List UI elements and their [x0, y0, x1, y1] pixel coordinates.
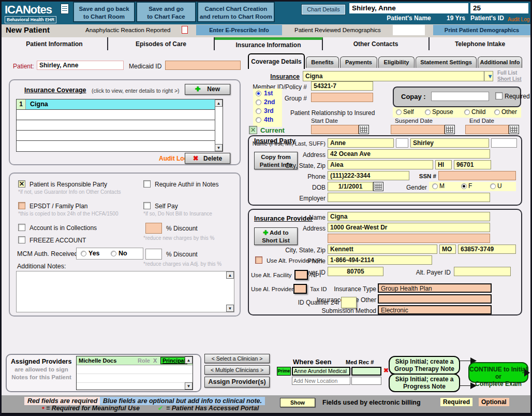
- insured-first-name-field[interactable]: Anne: [328, 138, 394, 148]
- principal-badge[interactable]: Principal: [160, 357, 187, 364]
- discount-adj-field[interactable]: [145, 249, 162, 260]
- insured-suffix-field[interactable]: [491, 138, 517, 148]
- coverage-row-empty[interactable]: [17, 131, 223, 141]
- copay-required-checkbox[interactable]: [495, 92, 503, 99]
- assigned-provider-row-empty[interactable]: [77, 366, 193, 374]
- relationship-spouse-radio[interactable]: [425, 109, 431, 115]
- suspend-date-field[interactable]: [391, 125, 445, 134]
- use-alt-provider-npi-checkbox[interactable]: [255, 256, 262, 264]
- new-insurance-button[interactable]: ✚ New: [185, 84, 230, 95]
- payer-id-field[interactable]: 80705: [328, 267, 383, 276]
- scroll-up-arrow[interactable]: ▲: [226, 271, 234, 279]
- provider-zip-field[interactable]: 63857-3749: [458, 245, 516, 254]
- discount-new-charges-field[interactable]: [145, 223, 162, 234]
- select-clinician-button[interactable]: < Select a Clinician >: [204, 354, 270, 363]
- current-checkbox[interactable]: ✕: [249, 126, 257, 134]
- responsible-party-checkbox[interactable]: ✕: [18, 180, 25, 188]
- insurance-dropdown[interactable]: Cigna ▾: [303, 71, 493, 81]
- chart-details-button[interactable]: Chart Details: [302, 5, 345, 15]
- copay-field[interactable]: [431, 92, 489, 101]
- id-qualifier-field[interactable]: [341, 297, 357, 308]
- subtab-benefits[interactable]: Benefits: [306, 56, 339, 68]
- where-seen-location-field[interactable]: Anne Arundel Medical: [292, 367, 350, 376]
- continue-to-initial-exam-button[interactable]: CONTINUE to Initial orComplete Exam: [468, 362, 528, 383]
- insured-dob-field[interactable]: 1/1/2001: [328, 182, 373, 191]
- submission-method-dropdown[interactable]: Electronic: [378, 305, 492, 314]
- gender-m-radio[interactable]: [432, 183, 438, 189]
- order-3rd-radio[interactable]: [256, 108, 261, 114]
- patient-id-field[interactable]: 25: [470, 3, 528, 13]
- end-date-field[interactable]: [465, 125, 509, 134]
- start-date-field[interactable]: [311, 125, 359, 134]
- calendar-icon[interactable]: [359, 125, 369, 134]
- use-alt-facility-checkbox[interactable]: [294, 270, 308, 280]
- anaphylactic-checkbox[interactable]: [182, 26, 188, 34]
- insurance-type-dropdown[interactable]: Group Health Plan: [378, 283, 492, 293]
- freeze-account-checkbox[interactable]: [18, 236, 25, 243]
- scroll-down-arrow[interactable]: ▼: [185, 382, 193, 390]
- subtab-coverage-details[interactable]: Coverage Details: [248, 53, 305, 69]
- insured-employer-field[interactable]: [328, 193, 490, 202]
- skip-initial-progress-note-button[interactable]: Skip Initial; create aProgress Note: [389, 374, 460, 392]
- insured-address-field[interactable]: 42 Ocean Ave: [328, 149, 490, 159]
- relationship-child-radio[interactable]: [464, 109, 470, 115]
- reviewed-demographics-field[interactable]: [393, 25, 425, 35]
- med-rec-new-field[interactable]: [351, 377, 381, 385]
- additional-notes-textarea[interactable]: ▲ ▼: [16, 271, 234, 312]
- group-number-field[interactable]: [311, 93, 373, 102]
- remove-provider-x[interactable]: X: [153, 357, 157, 364]
- mcm-no-radio[interactable]: [111, 251, 116, 256]
- require-auth-checkbox[interactable]: [143, 180, 151, 188]
- full-list-link[interactable]: Full List: [497, 70, 517, 76]
- tab-patient-information[interactable]: Patient Information: [2, 37, 108, 50]
- selfpay-checkbox[interactable]: [143, 202, 151, 209]
- relationship-self-radio[interactable]: [396, 109, 402, 115]
- subtab-statement-settings[interactable]: Statement Settings: [416, 56, 477, 68]
- calendar-icon[interactable]: [445, 125, 455, 134]
- coverage-row-empty[interactable]: [17, 141, 223, 151]
- patient-name-field[interactable]: Shirley, Anne: [349, 3, 468, 13]
- cancel-chart-creation-button[interactable]: Cancel Chart Creationand return to Chart…: [197, 2, 275, 22]
- insured-ssn-field[interactable]: [438, 171, 516, 180]
- med-rec-field[interactable]: [351, 367, 381, 376]
- subtab-payments[interactable]: Payments: [340, 56, 377, 68]
- scroll-up-arrow[interactable]: ▲: [185, 356, 193, 364]
- coverage-row-selected[interactable]: 1 Cigna: [17, 99, 223, 110]
- relationship-other-radio[interactable]: [494, 109, 500, 115]
- save-go-back-chart-room-button[interactable]: Save and go backto Chart Room: [73, 2, 135, 22]
- provider-phone-field[interactable]: 1-866-494-2114: [328, 255, 432, 265]
- order-1st-radio[interactable]: [256, 91, 261, 96]
- coverage-row-empty[interactable]: [17, 110, 223, 120]
- short-list-link[interactable]: Short List: [497, 76, 522, 82]
- order-4th-radio[interactable]: [256, 117, 261, 123]
- coverage-list-scrollbar[interactable]: ▲ ▼: [215, 99, 223, 151]
- member-id-field[interactable]: 54321-7: [311, 81, 373, 91]
- calendar-icon[interactable]: [373, 182, 383, 191]
- calendar-icon[interactable]: [509, 125, 519, 134]
- insured-last-name-field[interactable]: Shirley: [410, 138, 489, 148]
- gender-f-radio[interactable]: [461, 183, 467, 189]
- scroll-down-arrow[interactable]: ▼: [215, 144, 223, 151]
- audit-log-link-coverage[interactable]: Audit Log: [159, 155, 188, 162]
- coverage-row-empty[interactable]: [17, 120, 223, 131]
- tab-telephone-intake[interactable]: Telephone Intake: [430, 37, 530, 50]
- provider-name-field[interactable]: Cigna: [328, 212, 490, 221]
- delete-location-x-icon[interactable]: ✖: [383, 367, 389, 374]
- patient-name-value-field[interactable]: Shirley, Anne: [37, 61, 124, 70]
- collections-checkbox[interactable]: [18, 224, 25, 231]
- multiple-clinicians-button[interactable]: < Multiple Clinicians >: [204, 365, 270, 375]
- insurance-type-other-field[interactable]: [378, 294, 492, 304]
- audit-log-link-header[interactable]: Audit Log: [508, 17, 529, 22]
- alt-payer-id-field[interactable]: [454, 267, 511, 276]
- tab-other-contacts[interactable]: Other Contacts: [323, 37, 430, 50]
- assign-providers-button[interactable]: Assign Provider(s): [204, 377, 270, 388]
- insured-mi-field[interactable]: [396, 138, 408, 148]
- assigned-provider-row-empty[interactable]: [77, 375, 193, 383]
- delete-insurance-button[interactable]: ✖ Delete: [185, 153, 230, 164]
- order-2nd-radio[interactable]: [256, 99, 261, 105]
- save-go-chart-face-button[interactable]: Save and goto Chart Face: [136, 2, 196, 22]
- scroll-down-arrow[interactable]: ▼: [226, 305, 234, 312]
- insured-phone-field[interactable]: (111)222-3344: [328, 171, 409, 180]
- gender-u-radio[interactable]: [490, 183, 496, 189]
- insured-zip-field[interactable]: 96701: [454, 160, 491, 169]
